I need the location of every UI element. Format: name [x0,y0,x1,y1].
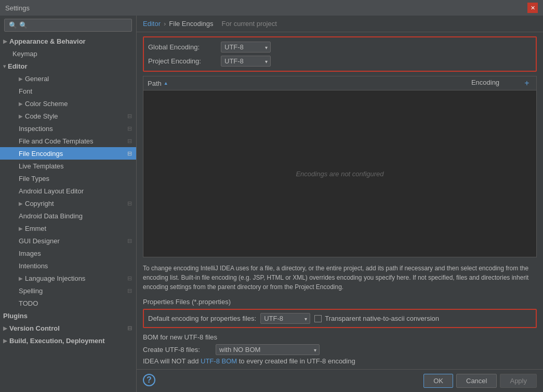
search-input[interactable] [19,21,127,29]
properties-inner: Default encoding for properties files: U… [143,309,537,328]
sidebar-item-appearance[interactable]: ▶ Appearance & Behavior [0,35,136,47]
sidebar-item-todo[interactable]: TODO [0,297,136,309]
bom-note-link: UTF-8 BOM [201,357,237,365]
sidebar-item-label: Font [19,87,32,95]
sidebar-item-emmet[interactable]: ▶ Emmet [0,222,136,234]
sidebar-item-gui-designer[interactable]: GUI Designer ⊟ [0,234,136,247]
bom-section: BOM for new UTF-8 files Create UTF-8 fil… [143,333,537,365]
table-header-encoding: Encoding [449,79,522,88]
sidebar-item-plugins[interactable]: Plugins [0,309,136,322]
sidebar-item-keymap[interactable]: Keymap [0,47,136,60]
global-encoding-select[interactable]: UTF-8 UTF-16 ISO-8859-1 [221,42,271,53]
sidebar-item-label: Emmet [25,225,46,232]
sidebar-item-label: Spelling [19,287,43,295]
properties-section-title: Properties Files (*.properties) [143,298,537,306]
sidebar-item-version-control[interactable]: ▶ Version Control ⊟ [0,322,136,334]
sidebar-item-label: File and Code Templates [19,137,94,145]
settings-icon: ⊟ [127,288,132,294]
cancel-button[interactable]: Cancel [456,374,497,388]
breadcrumb-separator: › [164,20,166,28]
transparent-conversion-checkbox[interactable] [314,315,322,322]
sidebar-item-file-types[interactable]: File Types [0,172,136,185]
project-encoding-select[interactable]: UTF-8 UTF-16 ISO-8859-1 [221,56,271,67]
settings-icon: ⊟ [127,325,132,332]
settings-dialog: 🔍 ▶ Appearance & Behavior Keymap ▾ Edito… [0,16,543,392]
search-box[interactable]: 🔍 [4,19,132,32]
sidebar-item-general[interactable]: ▶ General [0,72,136,85]
ok-button[interactable]: OK [423,374,453,388]
path-table: Path ▲ Encoding + Encodings are not conf… [143,76,537,257]
sidebar-item-label: Build, Execution, Deployment [9,337,104,345]
chevron-icon: ▶ [19,276,23,281]
chevron-icon: ▶ [19,226,23,231]
global-encoding-label: Global Encoding: [148,43,221,51]
apply-button[interactable]: Apply [500,374,537,388]
table-header: Path ▲ Encoding + [143,76,536,90]
bom-create-label: Create UTF-8 files: [143,346,216,354]
sidebar-item-copyright[interactable]: ▶ Copyright ⊟ [0,197,136,210]
sidebar-item-label: General [25,75,49,83]
project-encoding-select-wrapper: UTF-8 UTF-16 ISO-8859-1 [221,56,271,67]
transparent-conversion-label: Transparent native-to-ascii conversion [325,315,439,322]
sidebar-item-file-code-templates[interactable]: File and Code Templates ⊟ [0,135,136,147]
chevron-icon: ▶ [19,101,23,107]
add-encoding-button[interactable]: + [522,79,532,88]
sidebar-item-android-layout[interactable]: Android Layout Editor [0,185,136,197]
chevron-icon: ▶ [19,113,23,119]
help-button[interactable]: ? [143,374,155,386]
sidebar-item-color-scheme[interactable]: ▶ Color Scheme [0,97,136,110]
table-header-path: Path ▲ [148,79,449,88]
encoding-section: Global Encoding: UTF-8 UTF-16 ISO-8859-1… [143,36,537,72]
properties-section: Properties Files (*.properties) Default … [143,298,537,328]
sidebar-item-code-style[interactable]: ▶ Code Style ⊟ [0,110,136,122]
project-encoding-label: Project Encoding: [148,57,221,65]
default-encoding-select[interactable]: UTF-8 UTF-16 ISO-8859-1 [260,313,310,324]
bom-create-select[interactable]: with NO BOM with BOM [216,344,320,355]
close-button[interactable]: ✕ [527,3,538,13]
sidebar-item-spelling[interactable]: Spelling ⊟ [0,284,136,297]
breadcrumb: Editor › File Encodings For current proj… [137,16,543,32]
bom-create-row: Create UTF-8 files: with NO BOM with BOM [143,344,537,355]
sidebar-item-label: Appearance & Behavior [9,37,86,45]
settings-icon: ⊟ [127,125,132,132]
sidebar-item-live-templates[interactable]: Live Templates [0,160,136,172]
sidebar-item-inspections[interactable]: Inspections ⊟ [0,122,136,135]
sidebar-item-images[interactable]: Images [0,247,136,259]
sidebar-item-label: Intentions [19,262,48,270]
sidebar-item-font[interactable]: Font [0,85,136,97]
sidebar-item-label: Plugins [3,312,28,320]
main-panel: Editor › File Encodings For current proj… [137,16,543,392]
settings-icon: ⊟ [127,200,132,207]
sidebar-item-label: Keymap [12,50,37,58]
breadcrumb-project: For current project [222,20,277,28]
chevron-icon: ▶ [3,38,7,44]
sidebar-item-label: Code Style [25,112,58,120]
sidebar-item-label: TODO [19,299,38,307]
sidebar-item-label: Android Data Binding [19,212,83,220]
table-body: Encodings are not configured [143,90,536,257]
breadcrumb-editor[interactable]: Editor [143,20,161,28]
content-area: 🔍 ▶ Appearance & Behavior Keymap ▾ Edito… [0,16,543,392]
sidebar-item-label: Color Scheme [25,100,68,108]
sidebar-item-label: Editor [8,62,28,70]
breadcrumb-current: File Encodings [169,20,213,28]
sidebar-item-label: Version Control [9,324,60,332]
sidebar-item-android-data[interactable]: Android Data Binding [0,210,136,222]
settings-icon: ⊟ [127,138,132,145]
sidebar-item-editor[interactable]: ▾ Editor [0,60,136,72]
sidebar-item-lang-injections[interactable]: ▶ Language Injections ⊟ [0,272,136,284]
project-encoding-row: Project Encoding: UTF-8 UTF-16 ISO-8859-… [148,56,532,67]
sidebar-item-build-execution[interactable]: ▶ Build, Execution, Deployment [0,334,136,347]
sidebar-item-label: File Encodings [19,150,63,158]
chevron-icon: ▶ [19,201,23,206]
bom-note-suffix: to every created file in UTF-8 encoding [237,357,355,365]
search-icon: 🔍 [9,21,17,29]
button-row: ? OK Cancel Apply [137,369,543,392]
sidebar-item-file-encodings[interactable]: File Encodings ⊟ [0,147,136,160]
sidebar-item-intentions[interactable]: Intentions [0,259,136,272]
settings-content: Global Encoding: UTF-8 UTF-16 ISO-8859-1… [137,32,543,369]
global-encoding-select-wrapper: UTF-8 UTF-16 ISO-8859-1 [221,42,271,53]
sidebar-item-label: Images [19,250,41,257]
chevron-icon: ▶ [19,76,23,82]
default-encoding-label: Default encoding for properties files: [148,315,256,322]
